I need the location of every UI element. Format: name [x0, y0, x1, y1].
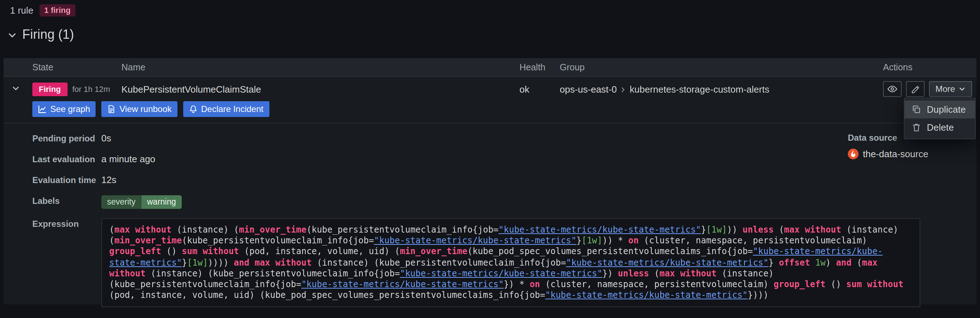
header-state: State: [28, 62, 117, 72]
row-collapse-button[interactable]: [10, 82, 22, 96]
detail-value: a minute ago: [101, 153, 155, 165]
row-expand-cell: [3, 82, 28, 96]
more-dropdown-menu: Duplicate Delete: [904, 98, 976, 139]
siren-bell-icon: [189, 105, 197, 114]
view-runbook-label: View runbook: [119, 104, 172, 114]
detail-expression: Expression (max without (instance) (min_…: [32, 218, 977, 308]
rule-quick-actions: See graph View runbook Declare Incident: [3, 101, 977, 123]
header-name: Name: [117, 62, 515, 72]
see-graph-button[interactable]: See graph: [32, 101, 96, 117]
more-button-label: More: [935, 84, 955, 94]
rule-name: KubePersistentVolumeClaimStale: [117, 84, 515, 94]
chevron-down-icon: [11, 84, 20, 92]
see-graph-label: See graph: [50, 104, 90, 114]
detail-label: Last evaluation: [32, 153, 101, 165]
copy-icon: [912, 105, 921, 114]
label-chip: severity warning: [101, 195, 182, 209]
declare-incident-button[interactable]: Declare Incident: [183, 101, 269, 117]
menu-item-duplicate[interactable]: Duplicate: [905, 101, 975, 119]
section-title: Firing (1): [22, 27, 74, 42]
document-icon: [107, 105, 116, 114]
rule-details: Pending period 0s Last evaluation a minu…: [3, 123, 977, 308]
detail-labels: Labels severity warning: [32, 195, 977, 209]
detail-value: 0s: [101, 133, 111, 144]
trash-icon: [912, 123, 921, 132]
more-actions-button[interactable]: More: [929, 81, 972, 97]
eye-icon: [887, 84, 897, 94]
alert-rule-list-page: 1 rule 1 firing Firing (1) State Name He…: [0, 0, 980, 318]
rules-summary: 1 rule 1 firing: [10, 4, 75, 16]
label-chip-key: severity: [101, 195, 141, 209]
rule-group: ops-us-east-0 kubernetes-storage-custom-…: [555, 84, 879, 94]
chart-line-icon: [38, 105, 47, 114]
detail-label: Evaluation time: [32, 174, 101, 186]
rule-health: ok: [515, 84, 555, 94]
expression-code: (max without (instance) (min_over_time(k…: [101, 218, 920, 308]
prometheus-flame-icon: [848, 149, 859, 159]
datasource-row: the-data-source: [848, 149, 928, 159]
rules-table-panel: State Name Health Group Actions Firing f…: [3, 58, 977, 304]
detail-label: Expression: [32, 218, 101, 308]
detail-last-evaluation: Last evaluation a minute ago: [32, 153, 977, 165]
header-group: Group: [555, 62, 879, 72]
table-row: Firing for 1h 12m KubePersistentVolumeCl…: [3, 77, 977, 101]
datasource-name: the-data-source: [863, 149, 928, 159]
table-header-row: State Name Health Group Actions: [3, 58, 977, 77]
chevron-down-icon: [959, 85, 966, 93]
declare-incident-label: Declare Incident: [201, 104, 263, 114]
pencil-icon: [911, 84, 920, 94]
menu-item-delete[interactable]: Delete: [905, 119, 975, 136]
detail-label: Pending period: [32, 133, 101, 144]
detail-label: Labels: [32, 195, 101, 209]
chevron-right-icon: [620, 86, 627, 93]
detail-value: 12s: [101, 174, 116, 186]
firing-duration: for 1h 12m: [72, 85, 110, 93]
header-health: Health: [515, 62, 555, 72]
menu-item-label: Duplicate: [927, 104, 966, 115]
detail-pending-period: Pending period 0s: [32, 133, 977, 144]
group-name: kubernetes-storage-custom-alerts: [630, 84, 770, 94]
header-actions: Actions: [879, 62, 977, 72]
firing-count-badge: 1 firing: [39, 4, 75, 16]
edit-rule-button[interactable]: [906, 81, 925, 97]
state-cell: Firing for 1h 12m: [28, 82, 117, 96]
detail-evaluation-time: Evaluation time 12s: [32, 174, 977, 186]
firing-state-badge: Firing: [32, 82, 67, 96]
view-rule-button[interactable]: [883, 81, 902, 97]
view-runbook-button[interactable]: View runbook: [102, 101, 177, 117]
label-chip-value: warning: [141, 195, 182, 209]
actions-cell: More: [879, 81, 980, 97]
menu-item-label: Delete: [927, 122, 954, 133]
labels-chips: severity warning: [101, 195, 182, 209]
group-folder: ops-us-east-0: [560, 84, 617, 94]
rule-count: 1 rule: [10, 5, 33, 16]
firing-section-header[interactable]: Firing (1): [7, 27, 74, 42]
chevron-down-icon: [7, 30, 17, 40]
